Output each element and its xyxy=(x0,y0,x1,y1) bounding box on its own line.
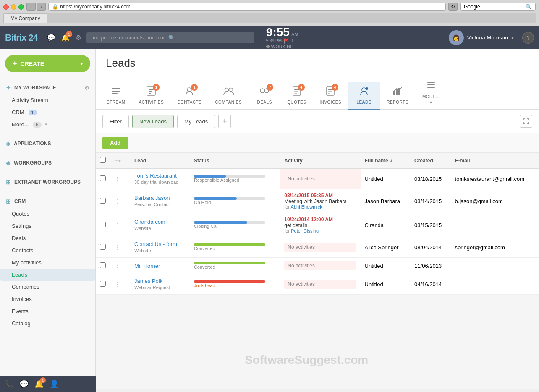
create-dropdown-icon: ▾ xyxy=(80,61,83,67)
tab-leads[interactable]: LEADS xyxy=(348,82,380,110)
lead-name-link[interactable]: James Polk xyxy=(134,278,186,284)
row-checkbox-5[interactable] xyxy=(100,281,106,287)
tab-companies[interactable]: COMPANIES xyxy=(208,82,249,110)
lead-name-link[interactable]: Barbara Jason xyxy=(134,195,186,201)
drag-handle-icon[interactable]: ⋮⋮ xyxy=(114,175,126,182)
tab-reports[interactable]: REPORTS xyxy=(380,82,415,110)
sort-options-icon[interactable]: ☰▾ xyxy=(114,158,121,163)
app-logo[interactable]: Bitrix 24 xyxy=(5,32,38,43)
browser-search-bar[interactable]: Google 🔍 xyxy=(460,3,536,11)
add-filter-button[interactable]: + xyxy=(218,115,231,128)
tab-more[interactable]: MORE... ▾ xyxy=(415,76,447,110)
lead-name-link[interactable]: Contact Us - form xyxy=(134,241,186,247)
more-arrow-icon: ▾ xyxy=(45,122,47,127)
help-button[interactable]: ? xyxy=(522,32,534,44)
reload-button[interactable]: ↻ xyxy=(448,3,458,11)
row-checkbox-0[interactable] xyxy=(100,175,106,181)
sidebar-item-crm[interactable]: CRM 1 xyxy=(0,106,95,118)
select-all-checkbox[interactable] xyxy=(100,157,106,163)
bottom-notifications-icon[interactable]: 🔔1 xyxy=(34,379,44,389)
my-leads-button[interactable]: My Leads xyxy=(177,115,215,128)
lead-name-link[interactable]: Ciranda.com xyxy=(134,219,186,225)
add-button[interactable]: Add xyxy=(102,137,128,149)
svg-point-10 xyxy=(260,89,264,93)
browser-tab[interactable]: My Company xyxy=(3,13,47,23)
sidebar-item-quotes[interactable]: Quotes xyxy=(0,208,95,220)
row-fullname-cell: Ciranda xyxy=(361,213,411,237)
sidebar-item-deals[interactable]: Deals xyxy=(0,232,95,244)
close-window-button[interactable] xyxy=(3,4,9,10)
contacts-label: CONTACTS xyxy=(177,100,201,105)
notifications-icon[interactable]: 🔔1 xyxy=(61,34,70,42)
lead-name-link[interactable]: Mr. Horner xyxy=(134,263,186,269)
lead-sub-label: Personal Contact xyxy=(134,202,170,207)
minimize-window-button[interactable] xyxy=(11,4,16,10)
row-created-cell: 11/06/2013 xyxy=(410,258,450,274)
bottom-chat-icon[interactable]: 💬 xyxy=(19,379,29,389)
url-bar[interactable]: 🔒 https://mycompany.bitrix24.com xyxy=(48,3,446,11)
sidebar-item-companies[interactable]: Companies xyxy=(0,281,95,293)
row-checkbox-2[interactable] xyxy=(100,222,106,227)
row-checkbox-4[interactable] xyxy=(100,262,106,268)
drag-handle-icon[interactable]: ⋮⋮ xyxy=(114,222,126,228)
invoices-icon: 4 xyxy=(326,86,335,98)
sidebar-extranet-header[interactable]: ⊞ EXTRANET WORKGROUPS xyxy=(0,176,95,188)
tab-quotes[interactable]: 4 QUOTES xyxy=(280,82,313,110)
messages-icon[interactable]: 💬 xyxy=(47,34,55,42)
sidebar-item-invoices[interactable]: Invoices xyxy=(0,293,95,305)
global-search[interactable]: find people, documents, and mor 🔍 xyxy=(86,32,254,43)
sidebar-item-more[interactable]: More... 5 ▾ xyxy=(0,118,95,131)
drag-handle-icon[interactable]: ⋮⋮ xyxy=(114,262,126,269)
drag-handle-icon[interactable]: ⋮⋮ xyxy=(114,244,126,251)
fullscreen-button[interactable] xyxy=(520,115,532,128)
row-drag-cell: ⋮⋮ xyxy=(110,237,130,258)
sidebar-item-catalog[interactable]: Catalog xyxy=(0,317,95,329)
sidebar-item-my-activities[interactable]: My activities xyxy=(0,256,95,269)
row-drag-cell: ⋮⋮ xyxy=(110,274,130,295)
workspace-settings-icon[interactable]: ⚙ xyxy=(84,85,89,91)
sidebar-item-contacts[interactable]: Contacts xyxy=(0,244,95,256)
sidebar-item-activity-stream[interactable]: Activity Stream xyxy=(0,94,95,106)
row-email-cell xyxy=(451,213,539,237)
create-button[interactable]: + CREATE ▾ xyxy=(5,55,90,72)
fullname-col-header[interactable]: Full name ▲ xyxy=(361,153,411,169)
tab-deals[interactable]: 7 DEALS xyxy=(249,82,280,110)
deals-label: DEALS xyxy=(257,100,272,105)
row-checkbox-1[interactable] xyxy=(100,198,106,204)
new-leads-button[interactable]: New Leads xyxy=(132,115,174,128)
drag-handle-icon[interactable]: ⋮⋮ xyxy=(114,198,126,204)
tab-activities[interactable]: 1 ACTIVITIES xyxy=(132,82,170,110)
filter-button[interactable]: Filter xyxy=(102,115,129,128)
forward-button[interactable]: › xyxy=(37,3,46,11)
row-checkbox-3[interactable] xyxy=(100,244,106,250)
leads-tab-label: LEADS xyxy=(357,100,372,105)
sidebar-applications-header[interactable]: ◈ APPLICATIONS xyxy=(0,137,95,150)
sidebar-crm-header[interactable]: ⊞ CRM xyxy=(0,195,95,208)
more-tab-label: MORE... xyxy=(422,94,440,99)
tab-invoices[interactable]: 4 INVOICES xyxy=(313,82,348,110)
sidebar-item-leads[interactable]: Leads xyxy=(0,269,95,281)
bottom-phone-icon[interactable]: 📞 xyxy=(4,379,13,389)
user-area[interactable]: 👩 Victoria Morrison ▾ xyxy=(449,30,514,45)
activity-for-link[interactable]: Abhi Bhowmick xyxy=(291,204,322,209)
working-status[interactable]: WORKING xyxy=(266,44,298,49)
deals-icon: 7 xyxy=(259,86,270,98)
drag-handle-icon[interactable]: ⋮⋮ xyxy=(114,281,126,287)
activity-for: for Abhi Bhowmick xyxy=(284,204,356,209)
activity-for-link[interactable]: Peter Gissing xyxy=(291,228,319,233)
working-dot xyxy=(266,45,270,48)
maximize-window-button[interactable] xyxy=(18,4,24,10)
activity-desc: get details xyxy=(284,222,356,228)
lead-name-link[interactable]: Tom's Restaurant xyxy=(134,172,186,179)
row-checkbox-cell xyxy=(96,189,110,213)
sidebar-item-settings[interactable]: Settings xyxy=(0,220,95,232)
more-chevron-icon: ▾ xyxy=(430,100,432,105)
sidebar-item-events[interactable]: Events xyxy=(0,305,95,317)
back-button[interactable]: ‹ xyxy=(26,3,36,11)
tab-contacts[interactable]: 1 CONTACTS xyxy=(170,82,208,110)
tab-stream[interactable]: STREAM xyxy=(100,83,132,110)
sidebar-my-workspace-header[interactable]: ✦ MY WORKSPACE ⚙ xyxy=(0,81,95,94)
settings-icon[interactable]: ⚙ xyxy=(76,34,81,42)
sidebar-workgroups-header[interactable]: ◈ WORKGROUPS xyxy=(0,157,95,169)
bottom-user-icon[interactable]: 👤 xyxy=(50,379,59,389)
